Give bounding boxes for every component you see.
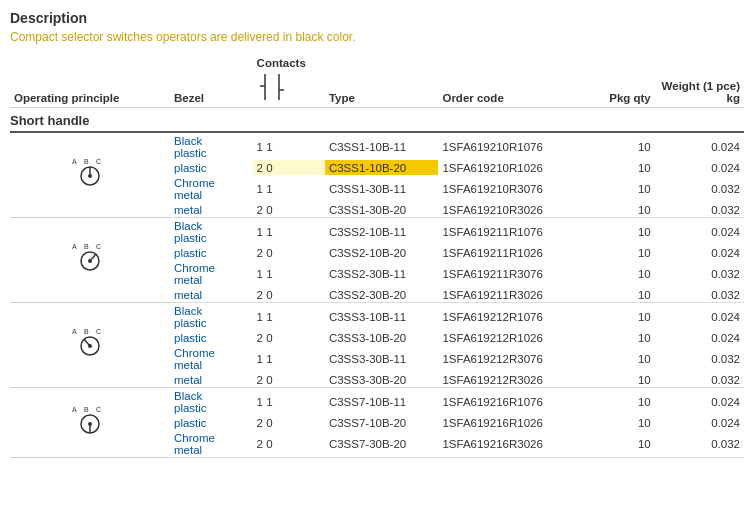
table-row: A B C Blackplastic1 1C3SS2-10B-111SFA619… — [10, 218, 744, 246]
type-cell: C3SS7-30B-20 — [325, 430, 439, 458]
svg-point-9 — [88, 174, 92, 178]
order-code-cell: 1SFA619212R3076 — [438, 345, 603, 372]
type-cell: C3SS1-10B-20 — [325, 160, 439, 175]
product-table: Operating principle Bezel Contacts — [10, 54, 744, 458]
table-row: A B C Blackplastic1 1C3SS1-10B-111SFA619… — [10, 132, 744, 160]
operating-principle-cell: A B C — [10, 303, 170, 388]
contacts-cell: 2 0 — [253, 330, 325, 345]
contacts-cell: 1 1 — [253, 388, 325, 416]
operating-principle-cell: A B C — [10, 388, 170, 458]
order-code-cell: 1SFA619210R1076 — [438, 132, 603, 160]
header-operating-principle: Operating principle — [10, 54, 170, 108]
description-text: Compact selector switches operators are … — [10, 30, 744, 44]
order-code-cell: 1SFA619211R1076 — [438, 218, 603, 246]
order-code-cell: 1SFA619211R3026 — [438, 287, 603, 303]
contacts-cell: 1 1 — [253, 132, 325, 160]
description-title: Description — [10, 10, 744, 26]
bezel-cell: Blackplastic — [170, 303, 253, 331]
bezel-cell: metal — [170, 202, 253, 218]
weight-cell: 0.032 — [655, 345, 744, 372]
pkg-qty-cell: 10 — [604, 218, 655, 246]
switch-icon-d: A B C — [70, 402, 110, 442]
contacts-diagram-icon — [257, 72, 287, 102]
switch-icon-a: A B C — [70, 154, 110, 194]
table-row: A B C Blackplastic1 1C3SS3-10B-111SFA619… — [10, 303, 744, 331]
svg-point-15 — [88, 259, 92, 263]
table-row: A B C Blackplastic1 1C3SS7-10B-111SFA619… — [10, 388, 744, 416]
contacts-cell: 1 1 — [253, 345, 325, 372]
bezel-cell: plastic — [170, 160, 253, 175]
pkg-qty-cell: 10 — [604, 372, 655, 388]
svg-point-27 — [88, 422, 92, 426]
type-cell: C3SS3-30B-20 — [325, 372, 439, 388]
description-suffix: . — [352, 30, 355, 44]
order-code-cell: 1SFA619216R1026 — [438, 415, 603, 430]
bezel-cell: Chromemetal — [170, 175, 253, 202]
weight-cell: 0.032 — [655, 260, 744, 287]
contacts-cell: 1 1 — [253, 175, 325, 202]
bezel-cell: plastic — [170, 415, 253, 430]
type-cell: C3SS1-30B-20 — [325, 202, 439, 218]
section-header-short-handle: Short handle — [10, 108, 744, 133]
contacts-cell: 2 0 — [253, 160, 325, 175]
order-code-cell: 1SFA619216R3026 — [438, 430, 603, 458]
order-code-cell: 1SFA619212R1026 — [438, 330, 603, 345]
order-code-cell: 1SFA619212R1076 — [438, 303, 603, 331]
bezel-cell: Chromemetal — [170, 260, 253, 287]
type-cell: C3SS1-10B-11 — [325, 132, 439, 160]
pkg-qty-cell: 10 — [604, 245, 655, 260]
svg-text:A: A — [72, 243, 77, 250]
type-cell: C3SS2-30B-11 — [325, 260, 439, 287]
type-cell: C3SS2-10B-20 — [325, 245, 439, 260]
weight-cell: 0.024 — [655, 132, 744, 160]
description-highlight: black color — [295, 30, 352, 44]
bezel-cell: Chromemetal — [170, 345, 253, 372]
description-prefix: Compact selector switches operators are … — [10, 30, 295, 44]
description-section: Description Compact selector switches op… — [10, 10, 744, 44]
weight-cell: 0.024 — [655, 218, 744, 246]
pkg-qty-cell: 10 — [604, 345, 655, 372]
bezel-cell: Blackplastic — [170, 218, 253, 246]
contacts-cell: 2 0 — [253, 430, 325, 458]
weight-cell: 0.032 — [655, 430, 744, 458]
svg-text:B: B — [84, 158, 89, 165]
bezel-cell: Blackplastic — [170, 132, 253, 160]
weight-cell: 0.024 — [655, 330, 744, 345]
type-cell: C3SS7-10B-20 — [325, 415, 439, 430]
header-weight: Weight (1 pce) kg — [655, 54, 744, 108]
contacts-cell: 1 1 — [253, 303, 325, 331]
pkg-qty-cell: 10 — [604, 388, 655, 416]
svg-text:A: A — [72, 406, 77, 413]
order-code-cell: 1SFA619210R3076 — [438, 175, 603, 202]
bezel-cell: metal — [170, 372, 253, 388]
pkg-qty-cell: 10 — [604, 430, 655, 458]
order-code-cell: 1SFA619210R1026 — [438, 160, 603, 175]
operating-principle-cell: A B C — [10, 132, 170, 218]
weight-cell: 0.032 — [655, 175, 744, 202]
header-type: Type — [325, 54, 439, 108]
pkg-qty-cell: 10 — [604, 160, 655, 175]
bezel-cell: metal — [170, 287, 253, 303]
order-code-cell: 1SFA619216R1076 — [438, 388, 603, 416]
contacts-cell: 2 0 — [253, 245, 325, 260]
header-row: Operating principle Bezel Contacts — [10, 54, 744, 108]
bezel-cell: Chromemetal — [170, 430, 253, 458]
header-order-code: Order code — [438, 54, 603, 108]
order-code-cell: 1SFA619211R3076 — [438, 260, 603, 287]
contacts-cell: 2 0 — [253, 415, 325, 430]
bezel-cell: Blackplastic — [170, 388, 253, 416]
type-cell: C3SS1-30B-11 — [325, 175, 439, 202]
weight-cell: 0.024 — [655, 415, 744, 430]
svg-point-21 — [88, 344, 92, 348]
header-contacts: Contacts — [253, 54, 325, 108]
pkg-qty-cell: 10 — [604, 330, 655, 345]
pkg-qty-cell: 10 — [604, 132, 655, 160]
pkg-qty-cell: 10 — [604, 287, 655, 303]
svg-text:B: B — [84, 406, 89, 413]
order-code-cell: 1SFA619210R3026 — [438, 202, 603, 218]
weight-cell: 0.024 — [655, 245, 744, 260]
weight-cell: 0.032 — [655, 372, 744, 388]
header-bezel: Bezel — [170, 54, 253, 108]
type-cell: C3SS3-10B-11 — [325, 303, 439, 331]
pkg-qty-cell: 10 — [604, 415, 655, 430]
